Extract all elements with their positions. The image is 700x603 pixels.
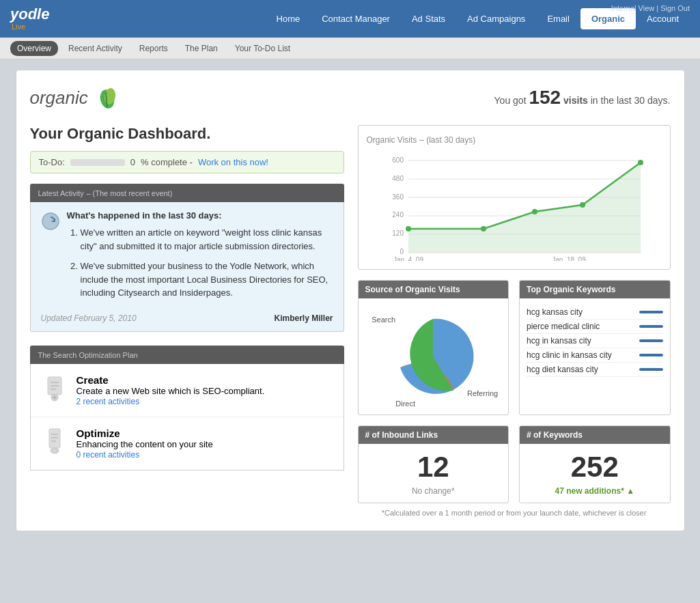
source-box: Source of Organic Visits	[358, 280, 509, 415]
visits-count: 152	[529, 87, 561, 108]
top-links: Internal View | Sign Out	[611, 4, 690, 12]
svg-point-32	[580, 202, 585, 208]
activity-intro: What's happened in the last 30 days:	[67, 210, 333, 221]
keywords-list: hcg kansas citypierce medical clinichcg …	[527, 305, 663, 377]
sub-nav-item-reports[interactable]: Reports	[132, 41, 175, 56]
keyword-text: hcg clinic in kansas city	[527, 350, 612, 360]
svg-point-33	[638, 160, 643, 165]
svg-text:480: 480	[392, 175, 404, 182]
keyword-bar	[639, 354, 663, 356]
kw-count-box: # of Keywords 252 47 new additions* ▲	[519, 425, 671, 503]
nav-item-ad-stats[interactable]: Ad Stats	[401, 8, 456, 29]
plan-section: The Search Optimization Plan	[30, 346, 344, 471]
keywords-header: Top Organic Keywords	[520, 281, 670, 298]
card-header: organic You got 152 visits in the last 3…	[30, 84, 671, 111]
chart-box: Organic Visits – (last 30 days) 0 120 24…	[358, 125, 671, 270]
activity-box: What's happened in the last 30 days: We'…	[30, 202, 344, 332]
sub-nav-item-recent-activity[interactable]: Recent Activity	[61, 41, 129, 56]
keyword-row: hcg clinic in kansas city	[527, 348, 663, 363]
sub-nav: OverviewRecent ActivityReportsThe PlanYo…	[0, 38, 700, 59]
keyword-row: hcg diet kansas city	[527, 363, 663, 377]
kw-count-header: # of Keywords	[520, 426, 670, 444]
source-search-label: Search	[372, 315, 395, 324]
activity-list-item: We've submitted your business to the Yod…	[81, 260, 333, 300]
svg-point-31	[532, 209, 537, 214]
inbound-header: # of Inbound Links	[359, 426, 509, 444]
svg-text:Jan. 18, 09: Jan. 18, 09	[552, 256, 586, 261]
latest-activity-section: Latest Activity – (The most recent event…	[30, 184, 344, 332]
sub-nav-item-the-plan[interactable]: The Plan	[178, 41, 225, 56]
svg-text:0: 0	[400, 248, 404, 255]
svg-point-3	[42, 213, 59, 229]
keyword-text: hcg kansas city	[527, 307, 583, 317]
keyword-row: hcg in kansas city	[527, 334, 663, 348]
plan-content-create: Create Create a new Web site which is SE…	[76, 374, 265, 406]
nav-item-home[interactable]: Home	[266, 8, 311, 29]
nav-item-contact-manager[interactable]: Contact Manager	[311, 8, 401, 29]
plan-create-title: Create	[76, 374, 265, 386]
plan-item-optimize: Optimize Enhancing the content on your s…	[31, 417, 344, 470]
kw-count-new-label: 47 new additions*	[555, 486, 624, 496]
plan-optimize-icon-area	[41, 427, 68, 457]
organic-visits-chart: 0 120 240 360 480 600	[367, 152, 662, 261]
organic-logo: organic	[30, 84, 121, 111]
plan-create-desc: Create a new Web site which is SEO-compl…	[76, 386, 265, 396]
logo-text: yodle	[10, 7, 49, 22]
bottom-row: Source of Organic Visits	[358, 280, 671, 425]
create-icon	[42, 374, 67, 402]
pie-chart	[389, 312, 477, 401]
nav-item-ad-campaigns[interactable]: Ad Campaigns	[456, 8, 536, 29]
activity-icon	[41, 212, 60, 233]
plan-optimize-link[interactable]: 0 recent activities	[76, 450, 140, 460]
activity-date: Updated February 5, 2010	[41, 313, 137, 323]
logo-live: Live	[12, 23, 49, 31]
sub-nav-item-your-to-do-list[interactable]: Your To-Do List	[228, 41, 297, 56]
chart-subtitle: – (last 30 days)	[419, 135, 475, 145]
visits-period: in the last 30 days.	[591, 95, 671, 106]
main-card: organic You got 152 visits in the last 3…	[16, 70, 685, 531]
plan-optimize-title: Optimize	[76, 427, 213, 439]
kw-count-new: 47 new additions* ▲	[520, 486, 670, 503]
plan-content-optimize: Optimize Enhancing the content on your s…	[76, 427, 213, 460]
inbound-change: No change*	[359, 486, 509, 503]
plan-header: The Search Optimization Plan	[30, 346, 344, 364]
inbound-links-box: # of Inbound Links 12 No change*	[358, 425, 509, 503]
visits-summary: You got 152 visits in the last 30 days.	[494, 87, 671, 109]
dashboard-heading: Your Organic Dashboard.	[30, 125, 344, 143]
svg-rect-11	[49, 429, 60, 448]
refresh-icon	[41, 212, 60, 231]
kw-count-number: 252	[520, 444, 670, 486]
nav-item-email[interactable]: Email	[536, 8, 580, 29]
sign-out-link[interactable]: Sign Out	[660, 4, 690, 12]
todo-label: To-Do:	[39, 157, 65, 167]
keywords-content: hcg kansas citypierce medical clinichcg …	[520, 298, 670, 384]
chart-title: Organic Visits – (last 30 days)	[367, 134, 662, 145]
organic-leaf-icon	[94, 84, 121, 111]
organic-logo-text: organic	[30, 87, 88, 109]
svg-text:120: 120	[392, 229, 404, 237]
todo-percent: 0	[130, 157, 135, 167]
count-row: # of Inbound Links 12 No change* # of Ke…	[358, 425, 671, 503]
keyword-bar	[639, 325, 663, 328]
activity-list: We've written an article on keyword "wei…	[67, 226, 333, 300]
internal-view-link[interactable]: Internal View	[611, 4, 654, 12]
keywords-box: Top Organic Keywords hcg kansas citypier…	[519, 280, 671, 415]
activity-author: Kimberly Miller	[274, 313, 333, 323]
activity-content: What's happened in the last 30 days: We'…	[67, 210, 333, 307]
keyword-bar	[639, 311, 663, 313]
plan-item-create: Create Create a new Web site which is SE…	[31, 364, 344, 417]
keyword-text: pierce medical clinic	[527, 322, 600, 331]
activity-list-item: We've written an article on keyword "wei…	[81, 226, 333, 253]
chart-area: 0 120 240 360 480 600	[367, 152, 662, 261]
pie-area: Search Referring Direct	[365, 305, 502, 408]
keyword-row: hcg kansas city	[527, 305, 663, 320]
todo-percent-label: % complete -	[141, 157, 193, 167]
todo-work-link[interactable]: Work on this now!	[198, 157, 268, 167]
svg-point-29	[406, 226, 411, 232]
todo-bar: To-Do: 0 % complete - Work on this now!	[30, 151, 344, 173]
svg-text:360: 360	[392, 193, 404, 201]
plan-create-link[interactable]: 2 recent activities	[76, 397, 140, 406]
todo-progress-bar	[70, 159, 125, 166]
logo: yodle Live	[10, 7, 49, 31]
sub-nav-item-overview[interactable]: Overview	[10, 41, 58, 56]
